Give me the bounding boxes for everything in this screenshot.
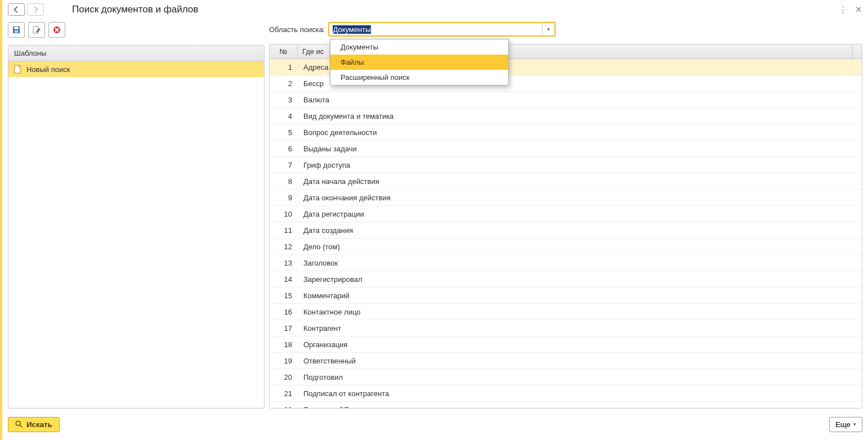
pencil-sheet-icon [32, 25, 41, 34]
cell-where: Ответственный [298, 357, 862, 365]
cell-number: 7 [270, 161, 298, 169]
cell-number: 9 [270, 194, 298, 202]
cell-where: Валюта [298, 96, 862, 104]
table-row[interactable]: 5Вопрос деятельности [270, 124, 862, 141]
table-row[interactable]: 3Валюта [270, 92, 862, 108]
cell-number: 15 [270, 291, 298, 300]
magnifier-icon [15, 420, 23, 428]
table-row[interactable]: 9Дата окончания действия [270, 190, 862, 206]
cell-number: 12 [270, 243, 298, 251]
cell-where: Дело (том) [298, 243, 862, 251]
cell-where: Подписан ЭП [298, 406, 862, 408]
cell-number: 11 [270, 226, 298, 235]
more-button[interactable]: Еще [829, 417, 862, 432]
table-row[interactable]: 8Дата начала действия [270, 173, 862, 190]
template-item-label: Новый поиск [26, 65, 70, 74]
cell-number: 8 [270, 177, 298, 186]
cell-number: 16 [270, 308, 298, 316]
page-title: Поиск документов и файлов [72, 4, 198, 15]
scope-option-files[interactable]: Файлы [330, 55, 508, 70]
cell-where: Дата начала действия [298, 177, 862, 186]
nav-back-button[interactable] [8, 3, 25, 16]
table-row[interactable]: 21Подписал от контрагента [270, 385, 862, 402]
scope-label: Область поиска: [269, 25, 325, 34]
table-row[interactable]: 15Комментарий [270, 288, 862, 304]
svg-point-6 [16, 421, 20, 425]
svg-rect-2 [15, 30, 18, 33]
scope-option-advanced[interactable]: Расширенный поиск [330, 70, 508, 85]
cell-where: Гриф доступа [298, 161, 862, 169]
delete-button[interactable] [48, 22, 65, 38]
arrow-right-icon [32, 6, 39, 14]
table-row[interactable]: 20Подготовил [270, 369, 862, 385]
table-row[interactable]: 4Вид документа и тематика [270, 108, 862, 124]
table-row[interactable]: 13Заголовок [270, 255, 862, 271]
table-row[interactable]: 14Зарегистрировал [270, 271, 862, 288]
criteria-grid: № Где ис 1Адреса2Бесср3Валюта4Вид докуме… [269, 44, 862, 408]
cell-where: Зарегистрировал [298, 275, 862, 284]
table-row[interactable]: 19Ответственный [270, 353, 862, 369]
table-row[interactable]: 18Организация [270, 336, 862, 353]
grid-body[interactable]: 1Адреса2Бесср3Валюта4Вид документа и тем… [270, 59, 862, 408]
cell-number: 18 [270, 340, 298, 349]
cell-number: 14 [270, 275, 298, 284]
cell-where: Контрагент [298, 324, 862, 333]
edit-button[interactable] [28, 22, 45, 38]
cell-number: 21 [270, 389, 298, 398]
cell-number: 13 [270, 259, 298, 267]
cell-where: Комментарий [298, 291, 862, 300]
table-row[interactable]: 11Дата создания [270, 222, 862, 239]
cell-number: 10 [270, 210, 298, 218]
cell-where: Организация [298, 340, 862, 349]
cell-where: Выданы задачи [298, 145, 862, 153]
cell-where: Вид документа и тематика [298, 112, 862, 120]
close-icon[interactable]: ✕ [855, 5, 862, 15]
cell-number: 4 [270, 112, 298, 120]
cell-number: 6 [270, 145, 298, 153]
save-button[interactable] [8, 22, 25, 38]
floppy-icon [12, 25, 21, 34]
table-row[interactable]: 16Контактное лицо [270, 304, 862, 320]
search-button-label: Искать [26, 420, 52, 429]
scope-option-documents[interactable]: Документы [330, 39, 508, 55]
cell-number: 20 [270, 373, 298, 381]
cell-where: Вопрос деятельности [298, 128, 862, 137]
table-row[interactable]: 22Подписан ЭП [270, 402, 862, 408]
document-icon [14, 65, 22, 74]
cell-number: 17 [270, 324, 298, 333]
kebab-menu-icon[interactable]: ⋮ [839, 5, 847, 15]
arrow-left-icon [12, 6, 20, 14]
cell-where: Дата создания [298, 226, 862, 235]
cell-number: 5 [270, 128, 298, 137]
scope-select[interactable]: Документы [328, 22, 556, 37]
cell-where: Заголовок [298, 259, 862, 267]
delete-x-icon [52, 25, 61, 34]
scope-input[interactable]: Документы [329, 23, 542, 35]
cell-number: 1 [270, 63, 298, 71]
table-row[interactable]: 17Контрагент [270, 320, 862, 336]
more-button-label: Еще [835, 420, 851, 429]
scope-dropdown-panel: Документы Файлы Расширенный поиск [330, 39, 509, 86]
cell-where: Подписал от контрагента [298, 389, 862, 398]
template-item[interactable]: Новый поиск [8, 61, 264, 77]
cell-number: 19 [270, 357, 298, 365]
table-row[interactable]: 10Дата регистрации [270, 206, 862, 222]
cell-where: Дата окончания действия [298, 194, 862, 202]
cell-number: 2 [270, 79, 298, 88]
svg-rect-1 [14, 27, 19, 29]
cell-number: 3 [270, 96, 298, 104]
nav-forward-button[interactable] [27, 3, 44, 16]
search-button[interactable]: Искать [8, 417, 60, 432]
svg-rect-5 [15, 65, 20, 73]
table-row[interactable]: 7Гриф доступа [270, 157, 862, 173]
cell-where: Контактное лицо [298, 308, 862, 316]
table-row[interactable]: 12Дело (том) [270, 239, 862, 255]
column-header-number[interactable]: № [270, 44, 298, 59]
scope-dropdown-button[interactable] [542, 23, 554, 35]
templates-header: Шаблоны [8, 46, 264, 61]
cell-where: Подготовил [298, 373, 862, 381]
cell-number: 22 [270, 406, 298, 408]
cell-where: Дата регистрации [298, 210, 862, 218]
table-row[interactable]: 6Выданы задачи [270, 141, 862, 157]
